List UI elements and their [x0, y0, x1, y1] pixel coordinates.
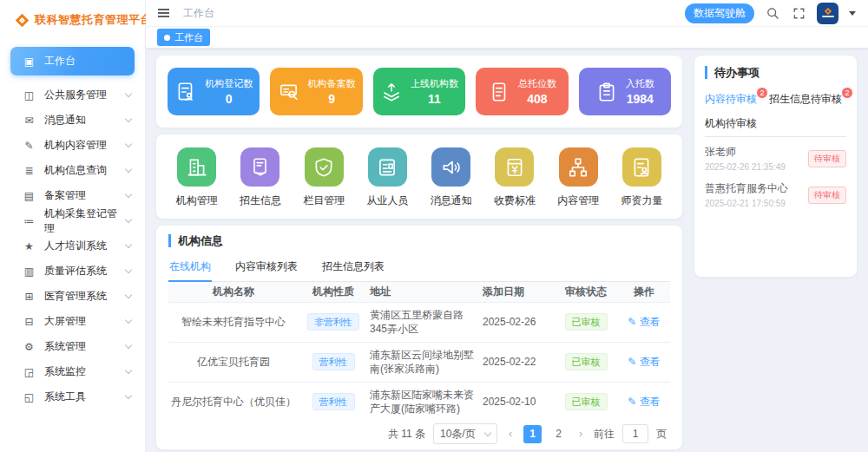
sidebar-item-medical-care[interactable]: ⊞ 医育管理系统: [0, 284, 145, 309]
todo-tabs: 内容待审核 2 招生信息待审核 2 机构待审核: [705, 88, 846, 137]
tab-enrollment-pending[interactable]: 招生信息待审核 2: [769, 88, 842, 112]
count-badge: 2: [756, 87, 768, 99]
sidebar-item-big-screen[interactable]: ⊟ 大屏管理: [0, 309, 145, 334]
app-column-mgmt[interactable]: 栏目管理: [293, 147, 356, 208]
view-link[interactable]: ✎ 查看: [628, 396, 660, 408]
goto-suffix: 页: [656, 427, 667, 442]
chevron-down-icon: [125, 191, 132, 198]
user-menu-caret-icon[interactable]: [849, 11, 856, 16]
pagination: 共 11 条 10条/页 ‹ 1 2 › 前往 页: [168, 416, 670, 444]
app-enrollment-info[interactable]: 招生信息: [228, 147, 292, 208]
app-fee-standard[interactable]: 收费标准: [483, 147, 546, 208]
clipboard-icon: [595, 81, 618, 103]
sidebar-item-message-notice[interactable]: ✉ 消息通知: [0, 108, 145, 133]
org-date: 2025-02-22: [481, 355, 554, 369]
tab-content-review-list[interactable]: 内容审核列表: [234, 254, 299, 281]
stat-org-filed[interactable]: 机构备案数 9: [270, 68, 362, 115]
tab-org-pending[interactable]: 机构待审核: [705, 112, 757, 136]
prev-page-button[interactable]: ‹: [505, 428, 516, 440]
todo-list-item[interactable]: 普惠托育服务中心 2025-02-21 17:50:59 待审核: [705, 174, 846, 210]
tag-label: 工作台: [174, 31, 203, 44]
tab-online-orgs[interactable]: 在线机构: [168, 254, 212, 282]
sidebar-collapse-icon[interactable]: [158, 9, 169, 17]
monitor-icon: ◲: [23, 366, 36, 378]
sidebar-menu: ▣ 工作台 ◫ 公共服务管理 ✉ 消息通知 ✎ 机构内容管理 ≣ 机构信息查询 …: [0, 40, 145, 409]
sidebar-item-org-content[interactable]: ✎ 机构内容管理: [0, 133, 145, 158]
data-cockpit-button[interactable]: 数据驾驶舱: [685, 3, 754, 23]
stat-value: 1984: [627, 92, 654, 106]
tag-workbench[interactable]: 工作台: [157, 29, 210, 46]
fullscreen-icon[interactable]: [791, 5, 806, 21]
sidebar-item-public-service[interactable]: ◫ 公共服务管理: [0, 82, 145, 108]
app-label: 师资力量: [621, 193, 662, 208]
app-label: 招生信息: [240, 193, 281, 208]
app-practitioners[interactable]: 从业人员: [356, 147, 419, 208]
stat-label: 机构登记数: [205, 77, 253, 90]
pagination-total: 共 11 条: [388, 427, 425, 442]
chevron-down-icon: [125, 115, 132, 122]
col-header-action: 操作: [618, 285, 670, 299]
page-1-button[interactable]: 1: [523, 425, 542, 443]
sitemap-icon: [559, 147, 598, 187]
user-avatar[interactable]: [817, 3, 838, 24]
chevron-down-icon: [125, 166, 132, 173]
app-title: 联科智慧托育管理平台: [35, 12, 152, 28]
next-page-button[interactable]: ›: [575, 428, 586, 440]
chevron-down-icon: [125, 266, 132, 273]
quick-apps-card: 机构管理 招生信息 栏目管理: [156, 134, 682, 219]
org-address: 浦东新区云间绿地别墅南(张家浜路南): [368, 348, 481, 376]
stat-value: 11: [428, 92, 441, 106]
sidebar-item-label: 备案管理: [44, 188, 86, 203]
app-message-notice[interactable]: 消息通知: [419, 147, 483, 208]
page-size-select[interactable]: 10条/页: [433, 423, 497, 444]
org-info-tabs: 在线机构 内容审核列表 招生信息列表: [168, 254, 670, 282]
search-icon[interactable]: [765, 5, 780, 21]
mail-icon: ✉: [23, 115, 36, 127]
sidebar-item-org-info-query[interactable]: ≣ 机构信息查询: [0, 158, 145, 183]
app-content-mgmt[interactable]: 内容管理: [547, 147, 610, 208]
chevron-down-icon: [125, 90, 132, 97]
org-date: 2025-02-10: [481, 395, 554, 409]
todo-item-time: 2025-02-21 17:50:59: [705, 199, 788, 208]
org-name: 亿优宝贝托育园: [168, 355, 299, 369]
table-row: 亿优宝贝托育园 营利性 浦东新区云间绿地别墅南(张家浜路南) 2025-02-2…: [168, 343, 670, 383]
app-logo: 联科智慧托育管理平台: [0, 0, 145, 40]
sidebar-item-quality-eval[interactable]: ▥ 质量评估系统: [0, 259, 145, 284]
stat-enrolled[interactable]: 入托数 1984: [579, 68, 671, 115]
screen-icon: ⊟: [23, 316, 36, 328]
todo-item-name: 张老师: [705, 145, 786, 160]
sidebar-item-system-tools[interactable]: ◱ 系统工具: [0, 384, 145, 409]
view-link[interactable]: ✎ 查看: [628, 316, 660, 328]
tab-enrollment-list[interactable]: 招生信息列表: [321, 254, 385, 281]
goto-label: 前往: [594, 427, 615, 442]
sidebar-item-record-mgmt[interactable]: ▤ 备案管理: [0, 183, 145, 208]
tab-content-pending[interactable]: 内容待审核 2: [705, 88, 757, 112]
sidebar-item-workbench[interactable]: ▣ 工作台: [10, 47, 135, 75]
app-org-mgmt[interactable]: 机构管理: [165, 147, 228, 208]
shield-check-icon: [305, 147, 344, 187]
table-row: 丹尼尔托育中心（优贝佳） 营利性 浦东新区陆家嘴未来资产大厦(陆家嘴环路) 20…: [168, 383, 670, 416]
sidebar-item-system-monitor[interactable]: ◲ 系统监控: [0, 359, 145, 384]
sidebar-item-collect-register[interactable]: ≔ 机构采集登记管理: [0, 208, 145, 233]
stat-value: 9: [328, 92, 335, 106]
sidebar-item-label: 消息通知: [44, 113, 86, 128]
sidebar-item-label: 人才培训系统: [44, 239, 107, 253]
chevron-down-icon: [125, 216, 132, 223]
sidebar-item-talent-training[interactable]: ★ 人才培训系统: [0, 233, 145, 259]
todo-list-item[interactable]: 张老师 2025-02-26 21:35:49 待审核: [705, 137, 846, 174]
medical-icon: ⊞: [23, 291, 36, 303]
goto-page-input[interactable]: [622, 424, 648, 443]
app-label: 消息通知: [431, 193, 472, 208]
app-teacher-strength[interactable]: 师资力量: [610, 147, 674, 208]
stat-org-registered[interactable]: 机构登记数 0: [168, 68, 260, 115]
view-link[interactable]: ✎ 查看: [628, 356, 660, 368]
page-2-button[interactable]: 2: [549, 425, 568, 443]
stat-total-slots[interactable]: 总托位数 408: [476, 68, 568, 115]
nature-badge: 营利性: [312, 353, 355, 371]
todo-title: 待办事项: [705, 66, 846, 79]
stat-org-online[interactable]: 上线机构数 11: [373, 68, 465, 115]
sidebar-item-system-mgmt[interactable]: ⚙ 系统管理: [0, 334, 145, 359]
archive-icon: ▤: [23, 190, 36, 202]
status-badge: 已审核: [565, 393, 608, 411]
doc-user-icon: [174, 81, 197, 103]
